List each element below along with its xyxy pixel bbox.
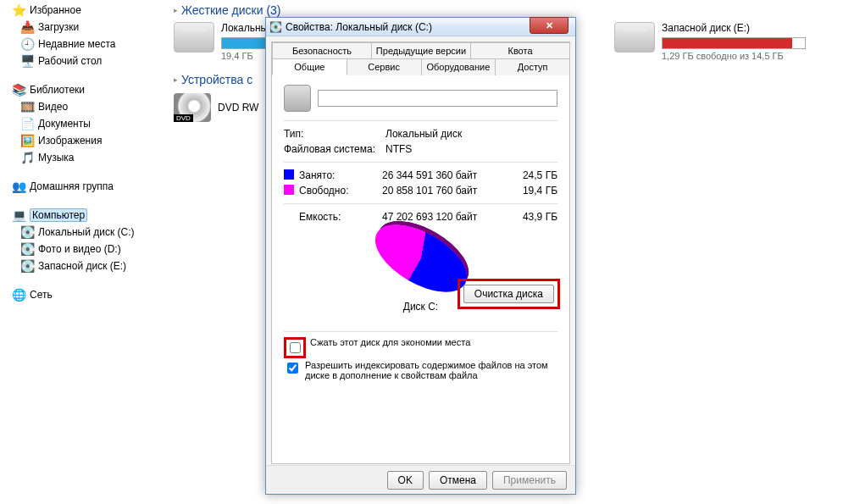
used-bytes: 26 344 591 360 байт [382, 169, 497, 181]
compress-label: Сжать этот диск для экономии места [310, 337, 470, 347]
label: Свободно: [299, 185, 382, 197]
computer-icon: 💻 [12, 208, 25, 222]
sidebar-computer[interactable]: 💻Компьютер [12, 207, 158, 224]
used-gb: 24,5 ГБ [497, 169, 557, 181]
disk-cleanup-button[interactable]: Очистка диска [463, 285, 554, 303]
drive-icon: 💽 [20, 259, 34, 273]
sidebar-homegroup[interactable]: 👥Домашняя группа [12, 178, 158, 195]
drive-icon: 💽 [269, 21, 282, 33]
label: Рабочий стол [38, 55, 102, 67]
compress-highlight [284, 337, 306, 358]
free-gb: 19,4 ГБ [497, 185, 557, 197]
label: Библиотеки [30, 84, 85, 96]
sidebar-music[interactable]: 🎵Музыка [12, 149, 158, 166]
tab-security[interactable]: Безопасность [272, 42, 372, 58]
capacity-bar [662, 37, 806, 49]
video-icon: 🎞️ [20, 100, 34, 114]
drive-icon [614, 22, 655, 53]
tabs-row-1: Безопасность Предыдущие версии Квота [272, 42, 569, 58]
drive-icon: 💽 [20, 242, 34, 256]
label: Загрузки [38, 21, 79, 33]
label: Жесткие диски (3) [181, 3, 281, 17]
explorer-sidebar: ⭐Избранное 📥Загрузки 🕘Недавние места 🖥️Р… [0, 0, 165, 504]
label: Музыка [38, 152, 74, 163]
doc-icon: 📄 [20, 117, 34, 130]
recent-icon: 🕘 [20, 37, 34, 51]
drive-header-icon [284, 85, 311, 112]
sidebar-documents[interactable]: 📄Документы [12, 115, 158, 132]
network-icon: 🌐 [12, 288, 25, 302]
label: Устройства с [181, 73, 252, 86]
label: Запасной диск (E:) [38, 260, 126, 272]
download-icon: 📥 [20, 20, 34, 34]
section-hard-disks[interactable]: Жесткие диски (3) [174, 3, 835, 17]
desktop-icon: 🖥️ [20, 54, 34, 68]
close-button[interactable]: ✕ [530, 17, 568, 34]
sidebar-drive-d[interactable]: 💽Фото и видео (D:) [12, 241, 158, 258]
sidebar-drive-e[interactable]: 💽Запасной диск (E:) [12, 258, 158, 274]
dialog-footer: OK Отмена Применить [266, 465, 575, 494]
music-icon: 🎵 [20, 151, 34, 164]
label: Домашняя группа [30, 180, 114, 192]
free-bytes: 20 858 101 760 байт [382, 185, 497, 197]
drive-icon [174, 22, 214, 53]
tab-content-general: Тип:Локальный диск Файловая система:NTFS… [272, 76, 569, 463]
sidebar-video[interactable]: 🎞️Видео [12, 98, 158, 115]
drive-name: Запасной диск (E:) [662, 22, 818, 34]
tab-tools[interactable]: Сервис [347, 58, 422, 75]
tab-hardware[interactable]: Оборудование [421, 58, 496, 75]
label: Изображения [38, 135, 102, 147]
star-icon: ⭐ [12, 3, 25, 17]
value: NTFS [385, 143, 501, 155]
sidebar-desktop[interactable]: 🖥️Рабочий стол [12, 53, 158, 69]
value: Локальный диск [385, 128, 501, 140]
free-swatch [284, 185, 294, 195]
sidebar-favorites[interactable]: ⭐Избранное [12, 2, 158, 19]
ok-button[interactable]: OK [387, 471, 424, 490]
library-icon: 📚 [12, 83, 25, 97]
properties-dialog: 💽 Свойства: Локальный диск (C:) ✕ Безопа… [265, 17, 576, 495]
apply-button[interactable]: Применить [492, 471, 567, 490]
label: Недавние места [38, 38, 115, 50]
index-checkbox[interactable] [287, 363, 298, 374]
dialog-titlebar[interactable]: 💽 Свойства: Локальный диск (C:) ✕ [266, 18, 575, 36]
favorites-label: Избранное [30, 4, 81, 16]
label: Документы [38, 118, 91, 130]
sidebar-downloads[interactable]: 📥Загрузки [12, 19, 158, 36]
tabs-row-2: Общие Сервис Оборудование Доступ [272, 58, 569, 75]
volume-label-input[interactable] [318, 90, 557, 107]
sidebar-network[interactable]: 🌐Сеть [12, 286, 158, 303]
cancel-button[interactable]: Отмена [429, 471, 487, 490]
sidebar-libraries[interactable]: 📚Библиотеки [12, 81, 158, 98]
label: Локальный диск (C:) [38, 226, 135, 238]
dvd-icon: DVD [174, 93, 211, 122]
drive-icon: 💽 [20, 225, 34, 239]
compress-checkbox[interactable] [290, 342, 301, 353]
cleanup-highlight: Очистка диска [458, 279, 560, 309]
label: Тип: [284, 128, 385, 140]
picture-icon: 🖼️ [20, 134, 34, 147]
label: Фото и видео (D:) [38, 243, 121, 255]
sidebar-recent[interactable]: 🕘Недавние места [12, 36, 158, 53]
capacity-gb: 43,9 ГБ [497, 211, 557, 223]
dvd-label: DVD RW [218, 102, 258, 114]
label: Сеть [30, 289, 53, 301]
dialog-title: Свойства: Локальный диск (C:) [286, 21, 432, 33]
drive-status: 1,29 ГБ свободно из 14,5 ГБ [662, 51, 818, 61]
label: Файловая система: [284, 143, 385, 155]
label: Компьютер [30, 208, 87, 222]
label: Емкость: [299, 211, 382, 223]
drive-e[interactable]: Запасной диск (E:) 1,29 ГБ свободно из 1… [614, 22, 818, 61]
tab-sharing[interactable]: Доступ [495, 58, 570, 75]
sidebar-local-c[interactable]: 💽Локальный диск (C:) [12, 224, 158, 241]
tab-general[interactable]: Общие [272, 58, 347, 75]
tab-quota[interactable]: Квота [470, 42, 570, 58]
tab-prev-versions[interactable]: Предыдущие версии [371, 42, 471, 58]
label: Занято: [299, 169, 382, 181]
usage-pie-chart: Очистка диска [284, 233, 557, 292]
capacity-bytes: 47 202 693 120 байт [382, 211, 497, 223]
label: Видео [38, 101, 68, 113]
homegroup-icon: 👥 [12, 180, 25, 193]
sidebar-pictures[interactable]: 🖼️Изображения [12, 132, 158, 149]
index-label: Разрешить индексировать содержимое файло… [305, 360, 557, 380]
